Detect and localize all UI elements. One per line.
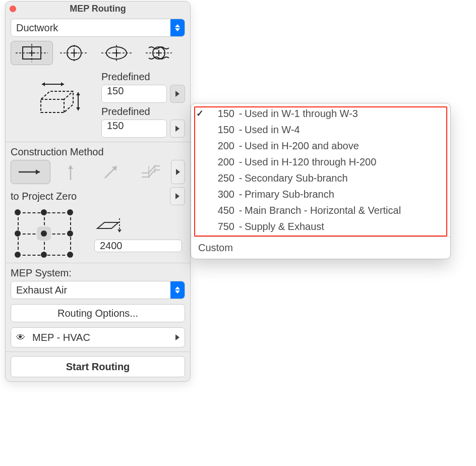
menu-item[interactable]: 150-Used in W-1 through W-3 <box>191 105 450 122</box>
shape-oval-button[interactable] <box>95 41 138 65</box>
layer-name: MEP - HVAC <box>32 332 170 343</box>
menu-item-desc: Primary Sub-branch <box>245 189 444 200</box>
menu-item[interactable]: 150-Used in W-4 <box>191 122 450 138</box>
menu-custom-item[interactable]: Custom <box>191 239 450 257</box>
arrow-right-icon <box>17 166 45 178</box>
shape-rect-button[interactable] <box>11 41 53 65</box>
menu-item-dash: - <box>236 189 245 200</box>
width-input[interactable]: 150 <box>101 85 167 103</box>
start-routing-button[interactable]: Start Routing <box>11 356 185 377</box>
menu-item-desc: Secondary Sub-branch <box>245 172 444 184</box>
preset-dropdown-menu: 150-Used in W-1 through W-3150-Used in W… <box>191 103 451 259</box>
menu-item-dash: - <box>236 156 245 168</box>
chevron-right-icon <box>175 334 180 340</box>
construction-more-button[interactable] <box>171 160 185 184</box>
shape-oval-icon <box>100 44 133 62</box>
route-diagonal-button[interactable] <box>91 160 131 184</box>
shape-rect-icon <box>16 44 48 62</box>
menu-item-desc: Used in H-200 and above <box>245 140 444 152</box>
menu-item[interactable]: 450-Main Branch - Horizontal & Vertical <box>191 202 450 218</box>
offset-input[interactable]: 2400 <box>94 240 182 252</box>
menu-item[interactable]: 750-Supply & Exhaust <box>191 218 450 235</box>
width-preset-button[interactable] <box>170 85 185 103</box>
dimension-icon-area <box>11 68 96 134</box>
construction-method-row <box>11 160 185 184</box>
height-input[interactable]: 150 <box>101 120 167 138</box>
project-zero-button[interactable] <box>170 187 185 205</box>
menu-item-dash: - <box>236 221 245 232</box>
shape-circle-icon <box>58 44 90 62</box>
shape-flex-icon <box>143 44 175 62</box>
construction-method-label: Construction Method <box>11 146 185 158</box>
svg-line-23 <box>105 168 115 178</box>
menu-item-dash: - <box>236 108 245 120</box>
menu-item-value: 150 <box>208 108 236 120</box>
element-type-select[interactable]: Ductwork <box>11 19 185 37</box>
menu-item[interactable]: 300-Primary Sub-branch <box>191 186 450 202</box>
predefined-label-2: Predefined <box>101 106 185 118</box>
menu-item-value: 200 <box>208 140 236 152</box>
predefined-label-1: Predefined <box>101 71 185 83</box>
eye-icon: 👁 <box>16 333 25 342</box>
routing-options-button[interactable]: Routing Options... <box>11 304 185 322</box>
mep-system-label: MEP System: <box>11 267 185 279</box>
menu-item-value: 250 <box>208 172 236 184</box>
menu-item[interactable]: 200-Used in H-200 and above <box>191 138 450 154</box>
menu-item-dash: - <box>236 140 245 152</box>
menu-item-value: 150 <box>208 124 236 136</box>
cross-section-shape-row <box>11 37 185 65</box>
window-title: MEP Routing <box>6 4 190 14</box>
stepper-icon <box>170 281 185 299</box>
menu-item-desc: Used in W-4 <box>245 124 444 136</box>
menu-item-dash: - <box>236 124 245 136</box>
menu-item-desc: Used in H-120 through H-200 <box>245 156 444 168</box>
box-dimension-icon <box>26 73 81 129</box>
arrow-up-icon <box>63 163 78 181</box>
menu-item[interactable]: 200-Used in H-120 through H-200 <box>191 154 450 170</box>
menu-separator <box>191 237 450 237</box>
route-horizontal-button[interactable] <box>11 160 50 184</box>
menu-item-desc: Supply & Exhaust <box>245 221 444 232</box>
shape-flex-button[interactable] <box>138 41 180 65</box>
reference-plane-icon <box>94 215 125 236</box>
menu-item-value: 300 <box>208 189 236 200</box>
route-alt-icon <box>140 163 162 181</box>
route-up-button[interactable] <box>50 160 90 184</box>
menu-item[interactable]: 250-Secondary Sub-branch <box>191 170 450 186</box>
anchor-grid[interactable] <box>14 208 74 259</box>
mep-system-value: Exhaust Air <box>11 284 170 296</box>
check-icon <box>191 108 208 119</box>
route-alt-button[interactable] <box>131 160 170 184</box>
height-preset-button[interactable] <box>170 120 185 138</box>
titlebar: MEP Routing <box>6 2 190 16</box>
menu-item-dash: - <box>236 172 245 184</box>
stepper-icon <box>170 19 185 36</box>
mep-routing-panel: MEP Routing Ductwork <box>5 1 191 382</box>
project-zero-label: to Project Zero <box>11 191 77 202</box>
menu-item-value: 750 <box>208 221 236 232</box>
layer-row-button[interactable]: 👁 MEP - HVAC <box>11 327 185 347</box>
menu-item-value: 450 <box>208 205 236 216</box>
menu-item-value: 200 <box>208 156 236 168</box>
shape-circle-button[interactable] <box>53 41 95 65</box>
anchor-center[interactable] <box>37 226 51 241</box>
mep-system-select[interactable]: Exhaust Air <box>11 281 185 299</box>
menu-item-dash: - <box>236 205 245 216</box>
menu-item-desc: Main Branch - Horizontal & Vertical <box>245 205 444 216</box>
arrow-diag-icon <box>102 163 120 181</box>
element-type-value: Ductwork <box>11 22 170 34</box>
menu-item-desc: Used in W-1 through W-3 <box>245 108 444 120</box>
